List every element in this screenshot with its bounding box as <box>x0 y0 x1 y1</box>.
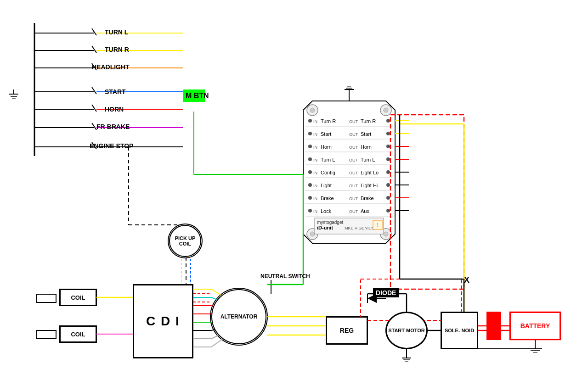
label-fr-brake: FR BRAKE <box>96 123 130 130</box>
label-turn-r: TURN R <box>105 46 129 53</box>
coil-bottom-box: COIL <box>60 326 96 342</box>
battery-box: BATTERY <box>510 312 560 340</box>
coil-top-box: COIL <box>60 289 96 306</box>
label-turn-l: TURN L <box>105 28 128 36</box>
cdi-box: C D I <box>133 285 193 358</box>
diode-label: DIODE <box>373 288 399 297</box>
label-engine-stop: ENGINE STOP <box>90 142 133 150</box>
mbtn-box: M BTN <box>183 89 205 102</box>
start-motor-box: START MOTOR <box>386 312 427 349</box>
pickup-coil-box: PICK UP COIL <box>169 225 201 257</box>
label-headlight: HEADLIGHT <box>92 63 130 71</box>
x-marker: X <box>464 275 469 285</box>
neutral-switch-label: NEUTRAL SWITCH <box>260 273 310 280</box>
alternator-box: ALTERNATOR <box>211 289 266 344</box>
label-horn: HORN <box>105 106 124 113</box>
label-start: START <box>105 88 126 95</box>
reg-box: REG <box>326 317 368 344</box>
solenoid-box: SOLE- NOID <box>441 312 478 349</box>
